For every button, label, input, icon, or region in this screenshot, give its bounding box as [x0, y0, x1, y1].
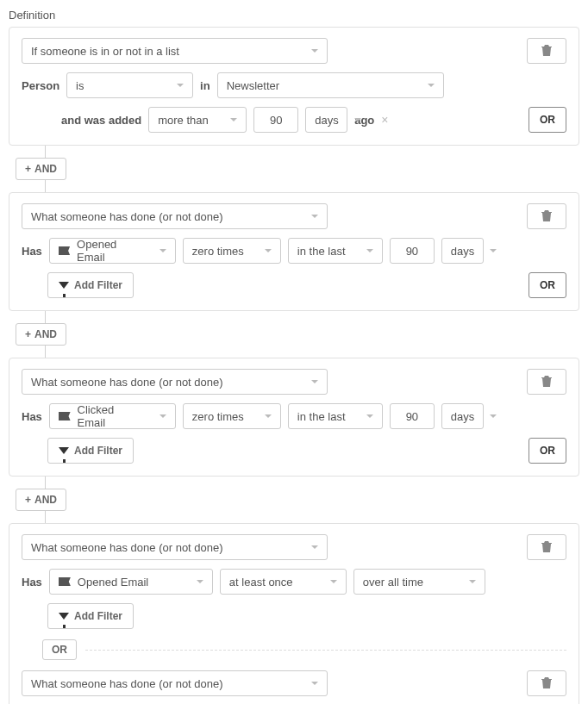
divider-line: [85, 650, 566, 651]
trash-icon: [541, 45, 552, 57]
rule-group: What someone has done (or not done) Has …: [9, 192, 579, 311]
rule-group: What someone has done (or not done) Has …: [9, 523, 579, 704]
and-connector-button[interactable]: +AND: [16, 489, 66, 511]
connector: [45, 146, 46, 158]
rule-type-select[interactable]: If someone is in or not in a list: [22, 38, 328, 64]
delete-rule-button[interactable]: [527, 369, 566, 395]
trash-icon: [541, 210, 552, 222]
and-connector-button[interactable]: +AND: [16, 323, 66, 346]
flag-icon: [59, 246, 70, 255]
connector: [45, 346, 46, 358]
list-select[interactable]: Newsletter: [217, 72, 444, 98]
range-value-input[interactable]: 90: [390, 403, 435, 429]
has-label: Has: [22, 576, 42, 589]
metric-select[interactable]: Clicked Email: [49, 403, 176, 429]
add-filter-button[interactable]: Add Filter: [47, 272, 134, 298]
plus-icon: +: [25, 494, 31, 506]
range-value-input[interactable]: 90: [390, 238, 435, 264]
in-label: in: [200, 79, 210, 92]
rule-group: If someone is in or not in a list Person…: [9, 27, 579, 146]
filter-icon: [59, 282, 69, 289]
filter-icon: [59, 447, 69, 454]
trash-icon: [541, 376, 552, 388]
added-op-select[interactable]: more than: [148, 107, 247, 133]
added-value-input[interactable]: 90: [253, 107, 298, 133]
or-button[interactable]: OR: [529, 438, 566, 464]
or-button[interactable]: OR: [529, 107, 566, 133]
added-unit-select[interactable]: days: [305, 107, 347, 133]
range-op-select[interactable]: in the last: [288, 403, 383, 429]
plus-icon: +: [25, 163, 31, 175]
person-op-select[interactable]: is: [66, 72, 193, 98]
rule-type-select[interactable]: What someone has done (or not done): [22, 369, 328, 395]
connector: [45, 180, 46, 192]
delete-rule-button[interactable]: [527, 203, 566, 229]
flag-icon: [59, 577, 71, 586]
range-unit-select[interactable]: days: [441, 238, 484, 264]
delete-rule-button[interactable]: [527, 38, 566, 64]
delete-rule-button[interactable]: [527, 534, 566, 560]
filter-icon: [59, 613, 69, 620]
rule-type-select[interactable]: What someone has done (or not done): [22, 203, 328, 229]
count-op-select[interactable]: at least once: [220, 569, 347, 595]
flag-icon: [59, 412, 71, 421]
rule-type-select[interactable]: What someone has done (or not done): [22, 534, 328, 560]
has-label: Has: [22, 245, 42, 258]
delete-rule-button[interactable]: [527, 670, 566, 696]
inner-or-button[interactable]: OR: [42, 639, 77, 660]
trash-icon: [541, 677, 552, 689]
range-unit-select[interactable]: days: [441, 403, 484, 429]
metric-select[interactable]: Opened Email: [49, 569, 213, 595]
added-label: and was added: [61, 114, 141, 127]
count-op-select[interactable]: zero times: [183, 238, 281, 264]
trash-icon: [541, 541, 552, 553]
count-op-select[interactable]: zero times: [183, 403, 281, 429]
and-connector-button[interactable]: +AND: [16, 158, 66, 180]
definition-title: Definition: [9, 9, 579, 22]
clear-icon[interactable]: ×: [381, 113, 388, 127]
or-button[interactable]: OR: [529, 272, 566, 298]
range-op-select[interactable]: in the last: [288, 238, 383, 264]
add-filter-button[interactable]: Add Filter: [47, 603, 134, 629]
person-label: Person: [22, 79, 59, 92]
rule-group: What someone has done (or not done) Has …: [9, 358, 579, 477]
range-op-select[interactable]: over all time: [353, 569, 485, 595]
add-filter-button[interactable]: Add Filter: [47, 438, 134, 464]
metric-select[interactable]: Opened Email: [49, 238, 176, 264]
plus-icon: +: [25, 328, 31, 340]
connector: [45, 311, 46, 323]
has-label: Has: [22, 410, 42, 423]
or-divider: OR: [22, 639, 566, 660]
connector: [45, 477, 46, 489]
rule-type-select[interactable]: What someone has done (or not done): [22, 670, 328, 696]
connector: [45, 511, 46, 523]
